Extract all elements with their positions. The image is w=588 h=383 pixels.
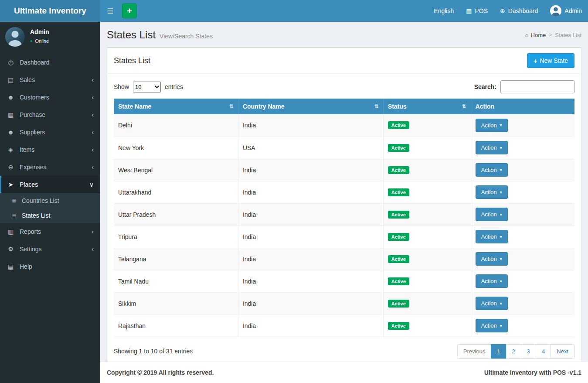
column-header-status[interactable]: Status ⇅ [383,99,471,114]
table-row: Telangana India Active Action▾ [114,248,574,270]
table-row: Delhi India Active Action▾ [114,114,574,137]
status-cell: Active [383,137,471,159]
sidebar-item-suppliers[interactable]: ☻ Suppliers ‹ [0,123,100,141]
sidebar-item-label: Sales [20,76,35,83]
table-row: New York USA Active Action▾ [114,137,574,159]
sidebar-item-purchase[interactable]: ▦ Purchase ‹ [0,106,100,123]
sidebar-item-states-list[interactable]: ≣ States List [0,208,100,223]
pagination-page-1[interactable]: 1 [491,344,506,359]
table-summary: Showing 1 to 10 of 31 entries [114,348,193,355]
breadcrumb-home-label: Home [531,32,546,38]
sidebar-item-expenses[interactable]: ⊖ Expenses ‹ [0,158,100,176]
quick-add-button[interactable]: + [122,3,137,18]
country-name-cell: India [238,181,383,203]
action-dropdown-button[interactable]: Action▾ [476,208,508,221]
sidebar-item-items[interactable]: ◈ Items ‹ [0,141,100,158]
sidebar-avatar [5,27,25,47]
country-name-cell: India [238,114,383,137]
pagination-previous[interactable]: Previous [457,344,492,359]
action-dropdown-button[interactable]: Action▾ [476,119,508,132]
action-cell: Action▾ [471,226,574,248]
status-badge: Active [388,255,409,263]
pagination-page-2[interactable]: 2 [506,344,521,359]
sales-icon: ▤ [7,76,15,83]
content-area: States List View/Search States ⌂ Home > … [100,22,588,362]
sidebar-toggle-button[interactable]: ☰ [100,0,120,22]
column-header-state-name[interactable]: State Name ⇅ [114,99,238,114]
sidebar-item-dashboard[interactable]: ◴ Dashboard [0,54,100,71]
user-menu[interactable]: Admin [544,0,588,22]
new-state-button[interactable]: + New State [527,53,574,68]
help-icon: ▤ [7,263,15,270]
sidebar-item-label: Expenses [20,164,46,171]
app-logo[interactable]: Ultimate Inventory [0,0,100,22]
state-name-cell: Uttar Pradesh [114,203,238,226]
language-label: English [434,7,454,14]
pagination-page-3[interactable]: 3 [521,344,536,359]
sidebar-item-reports[interactable]: ▥ Reports ‹ [0,223,100,240]
language-menu[interactable]: English [428,0,460,22]
state-name-cell: Sikkim [114,292,238,315]
sidebar-item-label: Customers [20,94,49,101]
action-cell: Action▾ [471,114,574,137]
user-label: Admin [564,7,582,14]
sidebar-item-places[interactable]: ➤ Places ∨ [0,176,100,193]
status-badge: Active [388,300,409,308]
reports-icon: ▥ [7,228,15,235]
breadcrumb-separator: > [549,32,552,38]
action-dropdown-button[interactable]: Action▾ [476,274,508,288]
search-label: Search: [474,83,496,90]
sort-icon: ⇅ [374,103,379,109]
country-name-cell: USA [238,137,383,159]
column-header-label: Country Name [243,103,285,110]
breadcrumb-home-link[interactable]: ⌂ Home [525,32,546,38]
chevron-left-icon: ‹ [92,246,94,253]
status-badge: Active [388,166,409,174]
action-dropdown-button[interactable]: Action▾ [476,141,508,154]
table-row: Sikkim India Active Action▾ [114,292,574,315]
caret-down-icon: ▾ [500,190,502,195]
column-header-country-name[interactable]: Country Name ⇅ [238,99,383,114]
online-status-label: Online [35,38,49,44]
action-cell: Action▾ [471,270,574,292]
sidebar-item-help[interactable]: ▤ Help [0,258,100,275]
submenu-item-label: States List [22,212,50,219]
status-badge: Active [388,233,409,241]
status-cell: Active [383,114,471,137]
items-icon: ◈ [7,146,15,153]
action-dropdown-button[interactable]: Action▾ [476,297,508,310]
main-content: States List View/Search States ⌂ Home > … [100,22,588,383]
action-dropdown-button[interactable]: Action▾ [476,319,508,332]
action-dropdown-button[interactable]: Action▾ [476,185,508,199]
show-entries-control: Show 10 entries [114,82,183,92]
chevron-left-icon: ‹ [92,129,94,136]
search-input[interactable] [500,80,574,93]
status-cell: Active [383,248,471,270]
pos-link[interactable]: ▦ POS [460,0,494,22]
status-cell: Active [383,226,471,248]
sidebar-item-countries-list[interactable]: ≣ Countries List [0,193,100,208]
entries-per-page-select[interactable]: 10 [133,82,161,92]
action-dropdown-button[interactable]: Action▾ [476,230,508,243]
pagination-page-4[interactable]: 4 [536,344,551,359]
pagination-next[interactable]: Next [551,344,574,359]
app-window: Ultimate Inventory ☰ + English ▦ POS ⊕ D… [0,0,588,383]
state-name-cell: Tripura [114,226,238,248]
page-footer: Copyright © 2019 All rights reserved. Ul… [100,362,588,383]
sidebar-item-sales[interactable]: ▤ Sales ‹ [0,71,100,89]
status-badge: Active [388,121,409,129]
sidebar-item-customers[interactable]: ☻ Customers ‹ [0,89,100,106]
sidebar-item-settings[interactable]: ⚙ Settings ‹ [0,240,100,258]
action-dropdown-button[interactable]: Action▾ [476,163,508,177]
sidebar-user-name: Admin [30,28,49,35]
status-badge: Active [388,277,409,285]
chevron-left-icon: ‹ [92,111,94,118]
dashboard-link[interactable]: ⊕ Dashboard [494,0,544,22]
status-cell: Active [383,159,471,181]
sort-icon: ⇅ [462,103,466,109]
states-list-box: States List + New State Show 10 entries [107,47,581,362]
pagination: Previous 1 2 3 4 Next [457,344,574,359]
action-dropdown-button[interactable]: Action▾ [476,252,508,266]
sidebar-item-label: Purchase [20,111,45,118]
action-button-label: Action [481,144,497,151]
